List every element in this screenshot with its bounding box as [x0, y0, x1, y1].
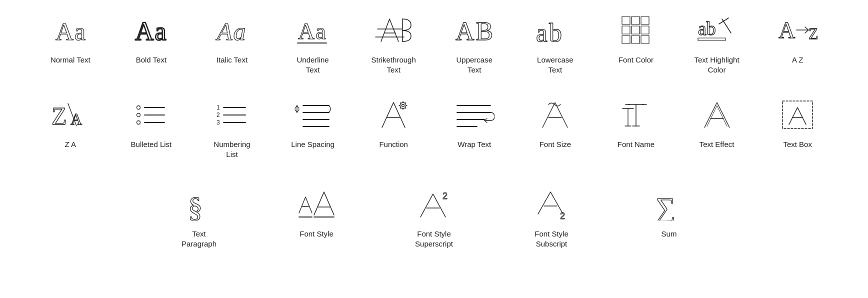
svg-rect-16 [622, 36, 630, 44]
text-effect-icon [700, 94, 734, 134]
svg-text:Aa: Aa [135, 17, 168, 46]
svg-text:Aa: Aa [56, 18, 86, 46]
svg-text:§: § [188, 191, 202, 220]
svg-rect-10 [622, 16, 630, 24]
underline-text-label: Underline Text [296, 55, 328, 74]
item-text-paragraph[interactable]: § Text Paragraph [160, 184, 238, 248]
lowercase-text-label: Lowercase Text [537, 55, 574, 74]
svg-text:Aa: Aa [298, 18, 327, 44]
svg-text:A: A [778, 18, 795, 43]
item-font-size[interactable]: Font Size [516, 94, 594, 150]
normal-text-label: Normal Text [50, 55, 90, 65]
function-label: Function [379, 140, 408, 150]
svg-rect-17 [632, 36, 640, 44]
svg-line-56 [400, 108, 400, 108]
font-style-label: Font Style [300, 229, 334, 239]
item-uppercase-text[interactable]: AB Uppercase Text [436, 10, 513, 74]
svg-point-48 [402, 104, 404, 106]
sum-icon: ∑ [653, 184, 686, 224]
svg-rect-14 [632, 26, 640, 34]
item-font-color[interactable]: Font Color [597, 10, 674, 65]
line-spacing-icon [293, 94, 333, 134]
svg-rect-13 [622, 26, 630, 34]
item-wrap-text[interactable]: Wrap Text [436, 94, 513, 150]
a-z-label: A Z [792, 55, 804, 65]
line-spacing-label: Line Spacing [291, 140, 334, 150]
icon-grid: Aa Normal Text Aa Bold Text Aa Italic Te… [0, 0, 868, 258]
item-normal-text[interactable]: Aa Normal Text [32, 10, 109, 65]
item-lowercase-text[interactable]: ab Lowercase Text [516, 10, 594, 74]
font-name-label: Font Name [618, 140, 654, 150]
svg-text:ab: ab [536, 18, 564, 46]
svg-text:3: 3 [216, 119, 220, 126]
row-3: § Text Paragraph Font Sty [20, 184, 848, 248]
italic-text-icon: Aa [214, 10, 250, 50]
item-numbering-list[interactable]: 1 2 3 Numbering List [193, 94, 270, 159]
wrap-text-icon [454, 94, 494, 134]
text-highlight-color-icon: ab [697, 10, 737, 50]
bulleted-list-icon [134, 94, 168, 134]
svg-line-53 [400, 102, 400, 103]
item-italic-text[interactable]: Aa Italic Text [193, 10, 270, 65]
item-bulleted-list[interactable]: Bulleted List [112, 94, 190, 150]
svg-point-33 [137, 120, 140, 124]
svg-text:1: 1 [216, 104, 220, 111]
uppercase-text-label: Uppercase Text [456, 55, 492, 74]
strikethrough-text-label: Strikethrough Text [372, 55, 416, 74]
svg-line-55 [405, 102, 406, 103]
item-font-style-superscript[interactable]: 2 Font Style Superscript [396, 184, 473, 248]
svg-line-54 [405, 108, 406, 108]
text-box-label: Text Box [783, 140, 812, 150]
item-text-effect[interactable]: Text Effect [678, 94, 756, 150]
item-line-spacing[interactable]: Line Spacing [274, 94, 352, 150]
item-sum[interactable]: ∑ Sum [630, 184, 708, 239]
item-font-style[interactable]: Font Style [278, 184, 356, 239]
svg-rect-71 [782, 101, 812, 128]
text-box-icon [780, 94, 815, 134]
font-name-icon [618, 94, 654, 134]
item-font-name[interactable]: Font Name [597, 94, 674, 150]
text-highlight-color-label: Text Highlight Color [694, 55, 740, 74]
text-paragraph-icon: § [186, 184, 213, 224]
font-color-icon [620, 10, 652, 50]
svg-text:Aa: Aa [216, 18, 247, 46]
item-function[interactable]: Function [355, 94, 432, 150]
sum-label: Sum [662, 229, 677, 239]
font-size-label: Font Size [540, 140, 571, 150]
bold-text-label: Bold Text [136, 55, 166, 65]
function-icon [376, 94, 411, 134]
normal-text-icon: Aa [53, 10, 88, 50]
svg-rect-18 [641, 36, 649, 44]
item-a-z[interactable]: A Z A Z [759, 10, 836, 65]
z-a-label: Z A [65, 140, 76, 150]
font-color-label: Font Color [618, 55, 654, 65]
underline-text-icon: Aa [296, 10, 330, 50]
item-z-a[interactable]: Z A Z A [32, 94, 109, 150]
z-a-icon: Z A [50, 94, 90, 134]
row-2: Z A Z A Bulleted List [20, 94, 848, 159]
item-underline-text[interactable]: Aa Underline Text [274, 10, 352, 74]
text-paragraph-label: Text Paragraph [182, 229, 216, 248]
svg-text:2: 2 [560, 211, 565, 220]
svg-point-31 [137, 113, 140, 116]
text-effect-label: Text Effect [700, 140, 734, 150]
svg-line-21 [719, 18, 728, 24]
row-1: Aa Normal Text Aa Bold Text Aa Italic Te… [20, 10, 848, 74]
item-text-highlight-color[interactable]: ab Text Highlight Color [678, 10, 756, 74]
lowercase-text-icon: ab [535, 10, 575, 50]
a-z-icon: A Z [778, 10, 818, 50]
svg-text:2: 2 [442, 191, 448, 201]
item-text-box[interactable]: Text Box [759, 94, 836, 150]
font-style-superscript-icon: 2 [416, 184, 452, 224]
item-strikethrough-text[interactable]: Strikethrough Text [355, 10, 432, 74]
svg-point-29 [137, 106, 140, 109]
bold-text-icon: Aa [134, 10, 168, 50]
item-font-style-subscript[interactable]: 2 Font Style Subscript [513, 184, 590, 248]
font-size-icon [538, 94, 572, 134]
svg-rect-15 [641, 26, 649, 34]
wrap-text-label: Wrap Text [458, 140, 491, 150]
svg-text:∑: ∑ [656, 192, 676, 220]
font-style-subscript-icon: 2 [534, 184, 569, 224]
numbering-list-label: Numbering List [214, 140, 250, 159]
item-bold-text[interactable]: Aa Bold Text [112, 10, 190, 65]
